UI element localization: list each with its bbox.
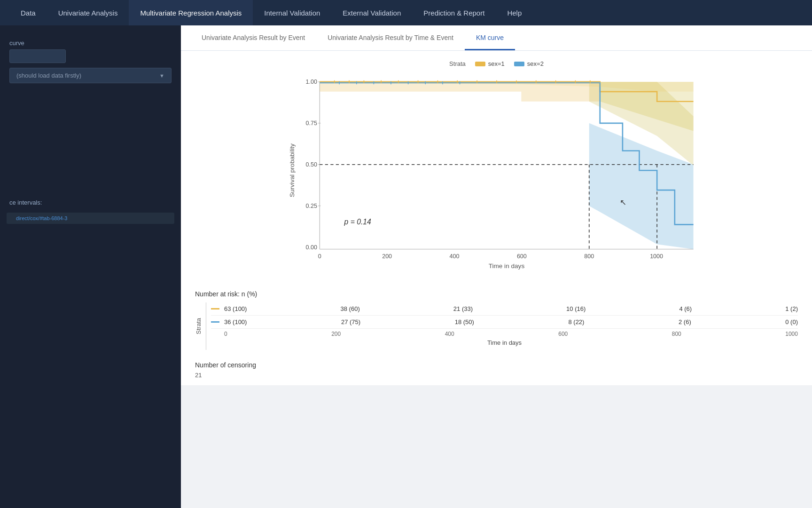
risk-tick-2: 400 [445, 331, 454, 337]
risk-tick-0: 0 [224, 331, 227, 337]
risk-row-sex2: 36 (100) 27 (75) 18 (50) 8 (22) 2 (6) 0 … [211, 316, 798, 329]
risk-val-sex2-0: 36 (100) [224, 318, 247, 325]
sidebar-curve-label: curve [0, 35, 181, 49]
risk-val-sex1-3: 10 (16) [566, 305, 586, 312]
svg-text:1.00: 1.00 [305, 79, 317, 85]
svg-text:600: 600 [516, 253, 526, 260]
km-chart-container: Strata sex=1 sex=2 Survival probabili [181, 51, 812, 284]
tab-by-time-event[interactable]: Univariate Analysis Result by Time & Eve… [316, 25, 465, 50]
censoring-title: Number of censoring [195, 361, 798, 369]
svg-text:400: 400 [449, 253, 459, 260]
risk-table: Number at risk: n (%) Strata 63 (100) 38… [181, 284, 812, 355]
risk-tick-5: 1000 [785, 331, 798, 337]
risk-indicator-sex2 [211, 321, 219, 323]
sidebar-input[interactable] [9, 49, 66, 63]
nav-help[interactable]: Help [496, 0, 533, 25]
svg-text:Time in days: Time in days [488, 262, 524, 270]
legend-label-sex1: sex=1 [488, 60, 505, 67]
legend-label-sex2: sex=2 [527, 60, 544, 67]
censoring-value: 21 [195, 372, 798, 379]
sidebar-dropdown[interactable]: (should load data firstly) ▼ [9, 68, 172, 83]
svg-text:0: 0 [318, 253, 321, 260]
risk-val-sex2-5: 0 (0) [785, 318, 798, 325]
sidebar-url[interactable]: direct/cox/#tab-6884-3 [7, 213, 174, 224]
censoring-section: Number of censoring 21 [181, 355, 812, 385]
svg-text:0.50: 0.50 [305, 161, 317, 168]
content-area: Univariate Analysis Result by Event Univ… [181, 25, 812, 508]
risk-val-sex1-0: 63 (100) [224, 305, 247, 312]
risk-tick-4: 800 [672, 331, 681, 337]
navbar: Data Univariate Analysis Multivariate Re… [0, 0, 812, 25]
legend-color-sex1 [475, 62, 485, 66]
svg-text:Survival probability: Survival probability [288, 143, 295, 197]
risk-values-sex2: 36 (100) 27 (75) 18 (50) 8 (22) 2 (6) 0 … [224, 318, 798, 325]
strata-legend-label: Strata [449, 60, 466, 67]
svg-text:0.25: 0.25 [305, 203, 317, 209]
svg-text:200: 200 [382, 253, 392, 260]
risk-indicator-sex1 [211, 308, 219, 310]
chevron-down-icon: ▼ [159, 73, 164, 79]
nav-multivariate[interactable]: Multivariate Regression Analysis [129, 0, 253, 25]
svg-text:p = 0.14: p = 0.14 [344, 218, 371, 226]
risk-val-sex1-1: 38 (60) [341, 305, 360, 312]
svg-text:↖: ↖ [619, 198, 626, 207]
risk-table-content: Strata 63 (100) 38 (60) 21 (33) 10 (16) … [195, 302, 798, 350]
nav-internal[interactable]: Internal Validation [253, 0, 331, 25]
legend-color-sex2 [514, 62, 524, 66]
svg-text:0.00: 0.00 [305, 244, 317, 251]
risk-values-sex1: 63 (100) 38 (60) 21 (33) 10 (16) 4 (6) 1… [224, 305, 798, 312]
risk-val-sex2-3: 8 (22) [568, 318, 584, 325]
risk-val-sex2-2: 18 (50) [455, 318, 474, 325]
nav-external[interactable]: External Validation [331, 0, 412, 25]
sidebar-dropdown-text: (should load data firstly) [16, 72, 81, 79]
km-chart-svg: Survival probability 1.00 0.75 0.50 0.25… [285, 72, 708, 279]
tab-by-event[interactable]: Univariate Analysis Result by Event [190, 25, 316, 50]
risk-tick-3: 600 [558, 331, 568, 337]
risk-table-title: Number at risk: n (%) [195, 290, 798, 298]
sidebar: curve (should load data firstly) ▼ ce in… [0, 25, 181, 508]
risk-time-label: Time in days [211, 337, 798, 350]
risk-tick-1: 200 [331, 331, 341, 337]
chart-legend: Strata sex=1 sex=2 [195, 60, 798, 67]
tab-km-curve[interactable]: KM curve [465, 25, 515, 50]
risk-row-sex1: 63 (100) 38 (60) 21 (33) 10 (16) 4 (6) 1… [211, 302, 798, 316]
nav-data[interactable]: Data [9, 0, 47, 25]
legend-sex1: sex=1 [475, 60, 505, 67]
risk-val-sex1-2: 21 (33) [453, 305, 473, 312]
strata-vertical-label: Strata [195, 318, 202, 334]
legend-sex2: sex=2 [514, 60, 544, 67]
tab-bar: Univariate Analysis Result by Event Univ… [181, 25, 812, 51]
svg-text:0.75: 0.75 [305, 120, 317, 127]
risk-val-sex2-4: 2 (6) [679, 318, 691, 325]
risk-axis: 0 200 400 600 800 1000 [211, 329, 798, 337]
svg-text:800: 800 [584, 253, 594, 260]
sidebar-section-label: ce intervals: [0, 191, 181, 210]
nav-univariate[interactable]: Univariate Analysis [47, 0, 129, 25]
main-layout: curve (should load data firstly) ▼ ce in… [0, 25, 812, 508]
risk-val-sex1-4: 4 (6) [679, 305, 692, 312]
risk-val-sex1-5: 1 (2) [785, 305, 798, 312]
risk-table-inner: 63 (100) 38 (60) 21 (33) 10 (16) 4 (6) 1… [206, 302, 798, 350]
svg-text:1000: 1000 [650, 253, 663, 260]
risk-val-sex2-1: 27 (75) [341, 318, 360, 325]
nav-prediction[interactable]: Prediction & Report [412, 0, 496, 25]
